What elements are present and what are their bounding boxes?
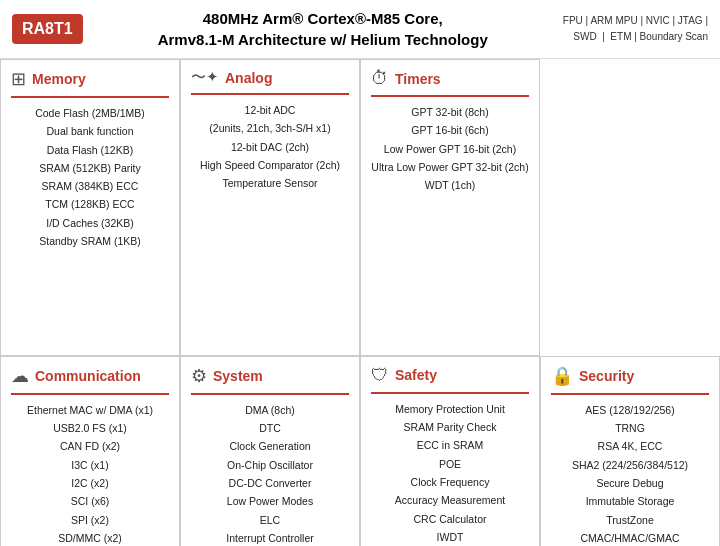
list-item: SD/MMC (x2) [11, 530, 169, 546]
list-item: Immutable Storage [551, 493, 709, 509]
list-item: GPT 32-bit (8ch) [371, 104, 529, 120]
analog-card: 〜✦ Analog 12-bit ADC (2units, 21ch, 3ch-… [180, 59, 360, 356]
list-item: Clock Generation [191, 438, 349, 454]
list-item: TRNG [551, 420, 709, 436]
list-item: SRAM Parity Check [371, 419, 529, 435]
list-item: GPT 16-bit (6ch) [371, 122, 529, 138]
list-item: DC-DC Converter [191, 475, 349, 491]
timers-card: ⏱ Timers GPT 32-bit (8ch) GPT 16-bit (6c… [360, 59, 540, 356]
system-title: System [213, 368, 263, 384]
list-item: I2C (x2) [11, 475, 169, 491]
list-item: Low Power Modes [191, 493, 349, 509]
safety-divider [371, 392, 529, 394]
analog-header: 〜✦ Analog [191, 68, 349, 87]
memory-header: ⊞ Memory [11, 68, 169, 90]
analog-divider [191, 93, 349, 95]
header-title: 480MHz Arm® Cortex®-M85 Core, Armv8.1-M … [99, 8, 547, 50]
safety-title: Safety [395, 367, 437, 383]
list-item: SHA2 (224/256/384/512) [551, 457, 709, 473]
safety-header: 🛡 Safety [371, 365, 529, 386]
memory-divider [11, 96, 169, 98]
list-item: Dual bank function [11, 123, 169, 139]
list-item: Clock Frequency [371, 474, 529, 490]
list-item: WDT (1ch) [371, 177, 529, 193]
list-item: Data Flash (12KB) [11, 142, 169, 158]
communication-divider [11, 393, 169, 395]
security-card: 🔒 Security AES (128/192/256) TRNG RSA 4K… [540, 356, 720, 546]
security-divider [551, 393, 709, 395]
safety-icon: 🛡 [371, 365, 389, 386]
list-item: Ethernet MAC w/ DMA (x1) [11, 402, 169, 418]
list-item: ECC in SRAM [371, 437, 529, 453]
list-item: SRAM (512KB) Parity [11, 160, 169, 176]
security-header: 🔒 Security [551, 365, 709, 387]
list-item: SCI (x6) [11, 493, 169, 509]
timers-icon: ⏱ [371, 68, 389, 89]
list-item: USB2.0 FS (x1) [11, 420, 169, 436]
list-item: Code Flash (2MB/1MB) [11, 105, 169, 121]
list-item: (2units, 21ch, 3ch-S/H x1) [191, 120, 349, 136]
list-item: I3C (x1) [11, 457, 169, 473]
list-item: Low Power GPT 16-bit (2ch) [371, 141, 529, 157]
memory-title: Memory [32, 71, 86, 87]
analog-title: Analog [225, 70, 272, 86]
list-item: SPI (x2) [11, 512, 169, 528]
list-item: Ultra Low Power GPT 32-bit (2ch) [371, 159, 529, 175]
header: RA8T1 480MHz Arm® Cortex®-M85 Core, Armv… [0, 0, 720, 59]
header-features: FPU | ARM MPU | NVIC | JTAG |SWD | ETM |… [563, 13, 708, 45]
page: RA8T1 480MHz Arm® Cortex®-M85 Core, Armv… [0, 0, 720, 546]
list-item: IWDT [371, 529, 529, 545]
timers-divider [371, 95, 529, 97]
list-item: ELC [191, 512, 349, 528]
list-item: POE [371, 456, 529, 472]
list-item: CMAC/HMAC/GMAC [551, 530, 709, 546]
system-divider [191, 393, 349, 395]
list-item: TCM (128KB) ECC [11, 196, 169, 212]
chip-badge: RA8T1 [12, 14, 83, 44]
main-title-line1: 480MHz Arm® Cortex®-M85 Core, Armv8.1-M … [99, 8, 547, 50]
communication-header: ☁ Communication [11, 365, 169, 387]
list-item: On-Chip Oscillator [191, 457, 349, 473]
list-item: AES (128/192/256) [551, 402, 709, 418]
security-title: Security [579, 368, 634, 384]
list-item: Secure Debug [551, 475, 709, 491]
list-item: 12-bit ADC [191, 102, 349, 118]
communication-card: ☁ Communication Ethernet MAC w/ DMA (x1)… [0, 356, 180, 546]
analog-icon: 〜✦ [191, 68, 219, 87]
list-item: I/D Caches (32KB) [11, 215, 169, 231]
list-item: RSA 4K, ECC [551, 438, 709, 454]
list-item: Memory Protection Unit [371, 401, 529, 417]
list-item: 12-bit DAC (2ch) [191, 139, 349, 155]
list-item: Temperature Sensor [191, 175, 349, 191]
main-grid: ⊞ Memory Code Flash (2MB/1MB) Dual bank … [0, 59, 720, 546]
list-item: TrustZone [551, 512, 709, 528]
memory-card: ⊞ Memory Code Flash (2MB/1MB) Dual bank … [0, 59, 180, 356]
communication-icon: ☁ [11, 365, 29, 387]
system-card: ⚙ System DMA (8ch) DTC Clock Generation … [180, 356, 360, 546]
list-item: High Speed Comparator (2ch) [191, 157, 349, 173]
timers-title: Timers [395, 71, 441, 87]
system-icon: ⚙ [191, 365, 207, 387]
list-item: CRC Calculator [371, 511, 529, 527]
system-header: ⚙ System [191, 365, 349, 387]
list-item: Accuracy Measurement [371, 492, 529, 508]
list-item: CAN FD (x2) [11, 438, 169, 454]
safety-card: 🛡 Safety Memory Protection Unit SRAM Par… [360, 356, 540, 546]
security-icon: 🔒 [551, 365, 573, 387]
timers-header: ⏱ Timers [371, 68, 529, 89]
memory-icon: ⊞ [11, 68, 26, 90]
list-item: DMA (8ch) [191, 402, 349, 418]
list-item: Standby SRAM (1KB) [11, 233, 169, 249]
list-item: SRAM (384KB) ECC [11, 178, 169, 194]
list-item: Interrupt Controller [191, 530, 349, 546]
list-item: DTC [191, 420, 349, 436]
communication-title: Communication [35, 368, 141, 384]
